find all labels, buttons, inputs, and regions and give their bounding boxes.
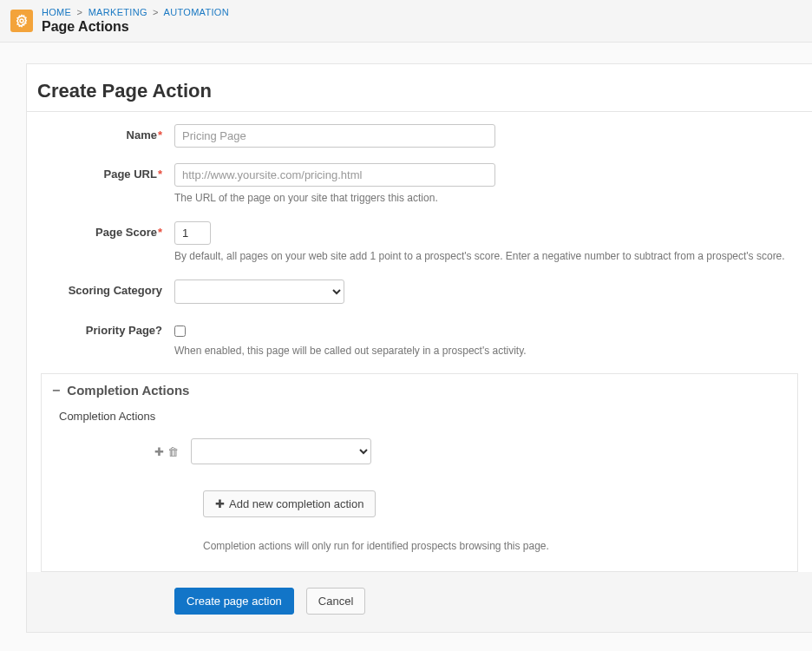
add-completion-action-label: Add new completion action	[229, 497, 363, 510]
add-completion-action-button[interactable]: ✚ Add new completion action	[203, 490, 376, 517]
completion-note: Completion actions will only run for ide…	[203, 540, 787, 552]
completion-action-row: ✚ 🗑	[52, 438, 787, 464]
name-input[interactable]	[174, 124, 495, 148]
breadcrumb-sep: >	[153, 7, 159, 17]
page-title: Page Actions	[42, 19, 229, 35]
breadcrumb-automation[interactable]: AUTOMATION	[164, 7, 229, 17]
label-page-score: Page Score*	[36, 221, 174, 239]
completion-action-select[interactable]	[191, 438, 371, 464]
help-page-url: The URL of the page on your site that tr…	[174, 191, 803, 206]
row-page-score: Page Score* By default, all pages on you…	[36, 221, 803, 264]
scoring-category-select[interactable]	[174, 279, 344, 304]
help-page-score: By default, all pages on your web site a…	[174, 249, 803, 264]
label-name: Name*	[36, 124, 174, 141]
collapse-icon: −	[52, 384, 60, 398]
section-title: Completion Actions	[67, 383, 189, 398]
row-page-url: Page URL* The URL of the page on your si…	[36, 163, 803, 206]
completion-actions-section: − Completion Actions Completion Actions …	[41, 373, 798, 572]
gear-icon	[10, 10, 33, 32]
label-priority-page: Priority Page?	[36, 319, 174, 337]
cancel-button[interactable]: Cancel	[306, 588, 365, 615]
row-priority-page: Priority Page? When enabled, this page w…	[36, 319, 803, 358]
trash-icon[interactable]: 🗑	[167, 445, 179, 458]
breadcrumb-sep: >	[77, 7, 83, 17]
form-area: Name* Page URL* The URL of the page on y…	[27, 112, 812, 572]
footer-bar: Create page action Cancel	[27, 572, 812, 632]
label-scoring-category: Scoring Category	[36, 279, 174, 297]
label-page-url: Page URL*	[36, 163, 174, 181]
top-bar: HOME > MARKETING > AUTOMATION Page Actio…	[0, 0, 812, 43]
row-name: Name*	[36, 124, 803, 148]
section-header[interactable]: − Completion Actions	[42, 374, 797, 406]
breadcrumb: HOME > MARKETING > AUTOMATION	[42, 7, 229, 17]
breadcrumb-home[interactable]: HOME	[42, 7, 71, 17]
help-priority-page: When enabled, this page will be called o…	[174, 344, 803, 358]
page-url-input[interactable]	[174, 163, 495, 187]
priority-page-checkbox[interactable]	[174, 326, 186, 337]
svg-point-0	[20, 19, 23, 23]
content-panel: Create Page Action Name* Page URL* The U…	[26, 63, 812, 633]
page-score-input[interactable]	[174, 221, 211, 245]
create-page-action-button[interactable]: Create page action	[174, 588, 294, 615]
section-sublabel: Completion Actions	[59, 410, 787, 423]
plus-icon: ✚	[215, 497, 225, 510]
main-heading: Create Page Action	[27, 64, 812, 112]
row-scoring-category: Scoring Category	[36, 279, 803, 304]
plus-icon[interactable]: ✚	[154, 445, 164, 458]
breadcrumb-marketing[interactable]: MARKETING	[88, 7, 147, 17]
